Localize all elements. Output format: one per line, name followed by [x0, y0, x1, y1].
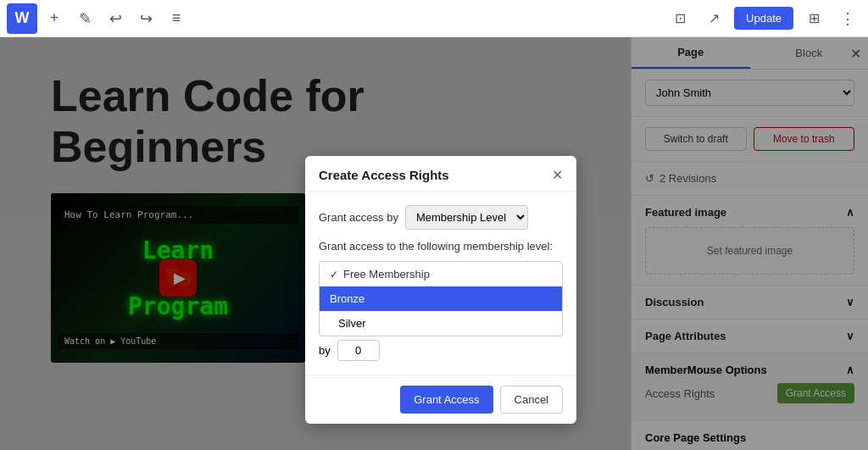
- modal-header: Create Access Rights ✕: [305, 156, 576, 192]
- membership-list: Free Membership Bronze Silver: [319, 261, 563, 336]
- modal-title: Create Access Rights: [319, 168, 449, 182]
- grant-access-button[interactable]: Grant Access: [400, 386, 492, 414]
- list-view-button[interactable]: ≡: [163, 5, 190, 32]
- amount-input[interactable]: [337, 340, 380, 361]
- toolbar: W + ✎ ↩ ↪ ≡ ⊡ ↗ Update ⊞ ⋮: [0, 0, 868, 37]
- grant-by-label: Grant access by: [319, 211, 398, 224]
- preview-button[interactable]: ↗: [700, 5, 727, 32]
- grant-by-row: Grant access by Membership Level: [319, 205, 563, 230]
- undo-button[interactable]: ↩: [102, 5, 129, 32]
- view-button[interactable]: ⊡: [666, 5, 693, 32]
- update-button[interactable]: Update: [734, 7, 793, 30]
- grant-desc: Grant access to the following membership…: [319, 240, 563, 253]
- membership-item-silver[interactable]: Silver: [320, 311, 562, 336]
- membership-item-bronze[interactable]: Bronze: [320, 286, 562, 311]
- settings-button[interactable]: ⊞: [800, 5, 827, 32]
- tools-button[interactable]: ✎: [71, 5, 98, 32]
- create-access-rights-modal: Create Access Rights ✕ Grant access by M…: [305, 156, 576, 424]
- wp-logo: W: [7, 3, 37, 34]
- grant-by-select[interactable]: Membership Level: [405, 205, 528, 230]
- amount-row: by: [319, 340, 563, 361]
- add-block-button[interactable]: +: [41, 5, 68, 32]
- modal-close-button[interactable]: ✕: [552, 169, 563, 182]
- options-button[interactable]: ⋮: [834, 5, 861, 32]
- amount-label: by: [319, 344, 331, 357]
- cancel-button[interactable]: Cancel: [500, 386, 563, 414]
- membership-item-free[interactable]: Free Membership: [320, 262, 562, 286]
- modal-body: Grant access by Membership Level Grant a…: [305, 192, 576, 375]
- membership-dropdown: Free Membership Bronze Silver: [319, 261, 563, 336]
- modal-overlay: Create Access Rights ✕ Grant access by M…: [0, 37, 868, 450]
- modal-footer: Grant Access Cancel: [305, 375, 576, 424]
- redo-button[interactable]: ↪: [132, 5, 159, 32]
